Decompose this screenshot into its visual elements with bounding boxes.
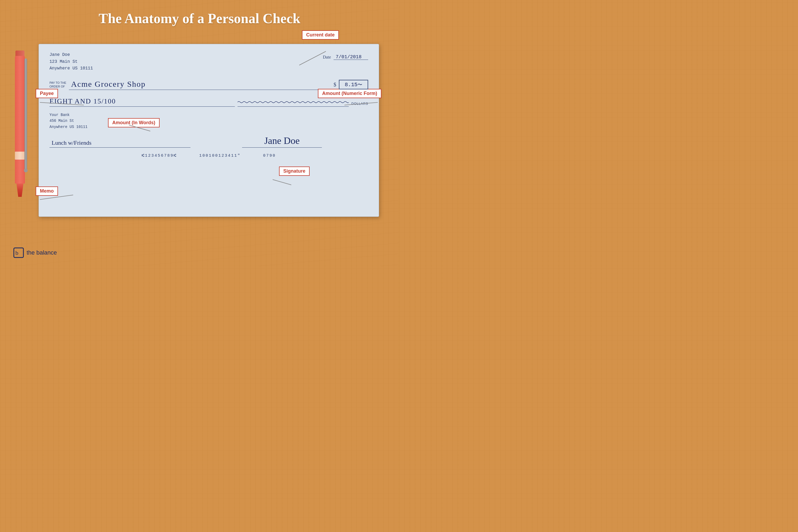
account-holder-address1: 123 Main St <box>50 58 93 65</box>
payee-name: Acme Grocery Shop <box>69 79 331 90</box>
account-holder-address2: Anywhere US 10111 <box>50 65 93 72</box>
svg-text:b: b <box>15 249 18 256</box>
micr-account: 100100123411″ <box>199 153 241 158</box>
micr-routing: ⑆123456789⑆ <box>142 153 177 158</box>
account-holder-name: Jane Doe <box>50 52 93 58</box>
annotation-current-date: Current date <box>302 30 339 40</box>
memo-signature-section: Lunch w/Friends Jane Doe <box>50 135 368 148</box>
pen-decoration <box>13 48 27 202</box>
annotation-amount-words: Amount (In Words) <box>108 118 159 128</box>
dollar-sign: $ <box>334 82 336 88</box>
annotation-memo: Memo <box>36 187 58 196</box>
annotation-payee: Payee <box>36 89 58 98</box>
signature-text: Jane Doe <box>242 135 322 148</box>
pay-label: PAY TO THEORDER OF <box>50 81 66 89</box>
wavy-fill <box>238 101 349 107</box>
check: Current date Payee Amount (Numeric Form)… <box>39 44 379 217</box>
memo-value: Lunch w/Friends <box>50 139 190 148</box>
amount-words-text: EIGHT AND 15/100 <box>50 97 235 107</box>
dollars-label: DOLLARS <box>352 102 368 107</box>
bank-name: Your Bank <box>50 112 88 118</box>
amount-words-section: EIGHT AND 15/100 DOLLARS <box>50 97 368 107</box>
bank-address-line1: 456 Main St <box>50 118 88 124</box>
date-value: 7/01/2018 <box>334 54 368 60</box>
account-holder: Jane Doe 123 Main St Anywhere US 10111 <box>50 52 93 72</box>
logo-text: the balance <box>26 249 57 256</box>
signature-section: Jane Doe <box>196 135 368 148</box>
logo-area: b the balance <box>13 247 57 258</box>
bank-section: Your Bank 456 Main St Anywhere US 10111 <box>50 112 368 130</box>
bank-address: Your Bank 456 Main St Anywhere US 10111 <box>50 112 88 130</box>
page-title: The Anatomy of a Personal Check <box>0 0 399 34</box>
pay-to-section: PAY TO THEORDER OF Acme Grocery Shop $ 8… <box>50 79 368 90</box>
micr-line: ⑆123456789⑆ 100100123411″ 0790 <box>50 153 368 158</box>
micr-check-number: 0790 <box>263 153 276 158</box>
date-label: Date <box>323 55 331 60</box>
annotation-amount-numeric: Amount (Numeric Form) <box>318 89 381 98</box>
bank-address-line2: Anywhere US 10111 <box>50 124 88 130</box>
logo-icon: b <box>13 247 24 258</box>
date-section: Date 7/01/2018 <box>323 54 368 60</box>
check-container: Current date Payee Amount (Numeric Form)… <box>39 44 379 217</box>
amount-numeric: 8.15 <box>339 80 368 89</box>
annotation-signature: Signature <box>279 167 310 176</box>
memo-section: Lunch w/Friends <box>50 138 190 148</box>
check-header: Jane Doe 123 Main St Anywhere US 10111 D… <box>50 52 368 72</box>
